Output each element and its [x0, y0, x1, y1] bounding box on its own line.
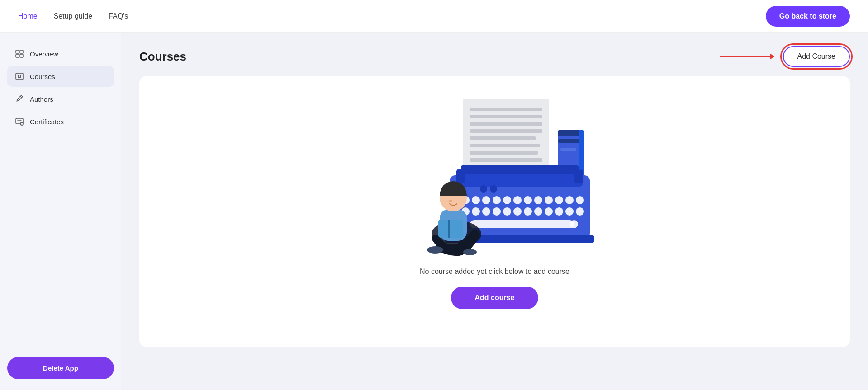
- svg-rect-10: [470, 115, 542, 118]
- go-back-button[interactable]: Go back to store: [766, 6, 850, 27]
- svg-rect-63: [448, 220, 450, 238]
- svg-point-48: [513, 207, 522, 216]
- main-content: Courses Add Course: [121, 33, 868, 390]
- svg-point-36: [513, 196, 522, 204]
- svg-point-52: [555, 207, 563, 216]
- svg-rect-4: [16, 73, 23, 80]
- svg-rect-1: [20, 50, 23, 53]
- svg-point-29: [480, 185, 487, 193]
- empty-state-text: No course added yet click below to add c…: [420, 268, 569, 276]
- svg-rect-14: [470, 144, 540, 147]
- delete-app-button[interactable]: Delete App: [7, 357, 114, 379]
- add-course-button[interactable]: Add Course: [783, 46, 850, 67]
- sidebar-item-authors[interactable]: Authors: [7, 89, 114, 109]
- svg-rect-12: [470, 129, 542, 133]
- svg-point-54: [576, 207, 584, 216]
- svg-point-64: [427, 246, 443, 254]
- svg-point-30: [490, 185, 497, 193]
- sidebar-authors-label: Authors: [30, 95, 53, 103]
- nav-home[interactable]: Home: [18, 12, 38, 20]
- svg-rect-22: [560, 148, 576, 151]
- svg-rect-0: [16, 50, 19, 53]
- sidebar-item-certificates[interactable]: Certificates: [7, 111, 114, 132]
- svg-point-35: [503, 196, 511, 204]
- certificate-icon: [14, 117, 24, 127]
- top-navigation: Home Setup guide FAQ's Go back to store: [0, 0, 868, 33]
- svg-point-49: [524, 207, 532, 216]
- svg-rect-2: [16, 54, 19, 57]
- svg-rect-13: [470, 136, 536, 140]
- svg-point-38: [534, 196, 542, 204]
- svg-point-5: [18, 75, 21, 78]
- svg-point-33: [482, 196, 490, 204]
- svg-point-61: [449, 200, 452, 202]
- main-layout: Overview Courses Authors: [0, 33, 868, 390]
- svg-point-53: [565, 207, 574, 216]
- sidebar-certificates-label: Certificates: [30, 118, 64, 126]
- header-right: Add Course: [720, 46, 850, 67]
- grid-icon: [14, 49, 24, 59]
- arrow-line: [720, 56, 774, 57]
- svg-point-42: [576, 196, 584, 204]
- empty-illustration: [386, 94, 603, 257]
- svg-rect-62: [438, 220, 463, 238]
- svg-point-32: [472, 196, 480, 204]
- svg-point-37: [524, 196, 532, 204]
- sidebar-item-courses[interactable]: Courses: [7, 66, 114, 87]
- sidebar-courses-label: Courses: [30, 73, 55, 80]
- svg-rect-27: [456, 170, 465, 183]
- svg-rect-20: [558, 139, 581, 143]
- svg-point-41: [565, 196, 574, 204]
- nav-setup-guide[interactable]: Setup guide: [54, 12, 92, 20]
- pen-icon: [14, 94, 24, 104]
- svg-rect-3: [20, 54, 23, 57]
- svg-rect-28: [574, 170, 583, 183]
- svg-point-47: [503, 207, 511, 216]
- empty-state-card: No course added yet click below to add c…: [139, 76, 850, 347]
- svg-point-39: [545, 196, 553, 204]
- courses-icon: [14, 71, 24, 81]
- svg-rect-9: [470, 108, 542, 111]
- svg-point-65: [463, 249, 477, 255]
- svg-point-51: [545, 207, 553, 216]
- arrow-indicator: [720, 56, 774, 57]
- add-course-main-button[interactable]: Add course: [451, 287, 538, 309]
- nav-links: Home Setup guide FAQ's: [18, 12, 128, 20]
- svg-rect-26: [461, 165, 579, 174]
- svg-rect-11: [470, 122, 542, 126]
- sidebar: Overview Courses Authors: [0, 33, 121, 390]
- sidebar-item-overview[interactable]: Overview: [7, 43, 114, 64]
- svg-point-56: [570, 220, 578, 228]
- svg-rect-16: [470, 158, 542, 162]
- svg-point-44: [472, 207, 480, 216]
- svg-rect-55: [470, 220, 574, 228]
- svg-point-40: [555, 196, 563, 204]
- content-header: Courses Add Course: [139, 46, 850, 67]
- svg-point-50: [534, 207, 542, 216]
- svg-point-34: [493, 196, 501, 204]
- sidebar-overview-label: Overview: [30, 50, 58, 58]
- svg-rect-15: [470, 151, 538, 155]
- svg-point-45: [482, 207, 490, 216]
- svg-rect-19: [558, 130, 581, 136]
- nav-faqs[interactable]: FAQ's: [109, 12, 128, 20]
- svg-point-46: [493, 207, 501, 216]
- page-title: Courses: [139, 50, 186, 64]
